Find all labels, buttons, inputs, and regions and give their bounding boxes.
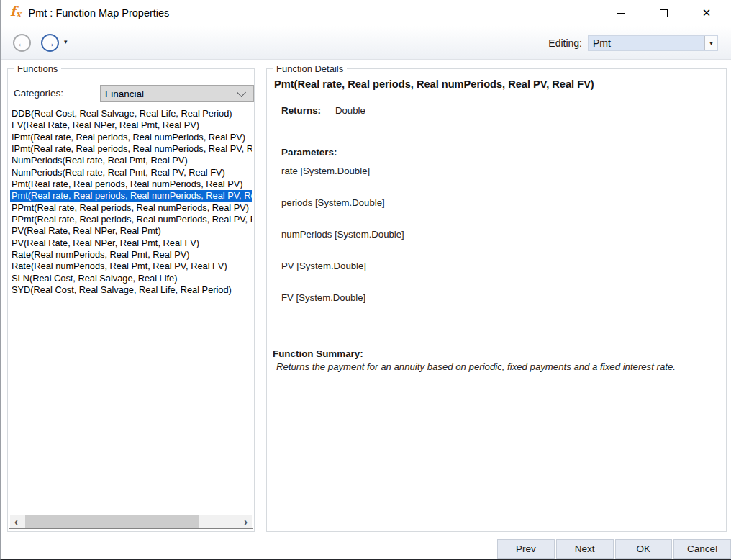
back-arrow-icon: ← — [17, 37, 27, 49]
fx-icon: fx — [10, 5, 22, 21]
function-list-item[interactable]: Rate(Real numPeriods, Real Pmt, Real PV,… — [10, 261, 252, 272]
minimize-icon — [617, 13, 625, 14]
forward-arrow-icon: → — [45, 37, 55, 49]
parameter-item: numPeriods [System.Double] — [281, 229, 717, 240]
function-list-item[interactable]: SLN(Real Cost, Real Salvage, Real Life) — [10, 273, 252, 284]
back-button[interactable]: ← — [13, 34, 31, 52]
prev-button[interactable]: Prev — [497, 539, 555, 559]
categories-combobox[interactable]: Financial — [100, 85, 254, 102]
function-list-item[interactable]: PPmt(Real rate, Real periods, Real numPe… — [10, 214, 252, 225]
parameters-list: rate [System.Double]periods [System.Doub… — [281, 166, 717, 324]
maximize-button[interactable] — [642, 0, 685, 26]
functions-panel: Functions Categories: Financial DDB(Real… — [7, 68, 255, 532]
ok-button[interactable]: OK — [615, 539, 673, 559]
function-list-item[interactable]: IPmt(Real rate, Real periods, Real numPe… — [10, 132, 252, 143]
function-list-item[interactable]: Pmt(Real rate, Real periods, Real numPer… — [10, 179, 252, 190]
forward-button[interactable]: → — [41, 34, 59, 52]
window-controls: ✕ — [599, 0, 728, 26]
parameter-item: periods [System.Double] — [281, 197, 717, 209]
function-list-item[interactable]: PV(Real Rate, Real NPer, Real Pmt, Real … — [10, 238, 252, 249]
close-button[interactable]: ✕ — [685, 0, 728, 26]
editing-combobox-value: Pmt — [589, 37, 704, 49]
function-details-title: Function Details — [273, 63, 347, 74]
cancel-button[interactable]: Cancel — [673, 539, 731, 559]
function-list-item[interactable]: Pmt(Real rate, Real periods, Real numPer… — [10, 190, 252, 202]
parameters-label: Parameters: — [281, 147, 337, 158]
scroll-left-icon[interactable]: ‹ — [10, 515, 22, 528]
function-list-item[interactable]: SYD(Real Cost, Real Salvage, Real Life, … — [10, 284, 252, 296]
function-list-item[interactable]: Rate(Real numPeriods, Real Pmt, Real PV) — [10, 249, 252, 261]
editing-dropdown-button[interactable]: ▾ — [704, 36, 717, 50]
editing-combobox[interactable]: Pmt ▾ — [588, 35, 718, 51]
function-list-item[interactable]: NumPeriods(Real rate, Real Pmt, Real PV) — [10, 155, 252, 166]
function-list-item[interactable]: PV(Real Rate, Real NPer, Real Pmt) — [10, 225, 252, 237]
editing-label: Editing: — [548, 37, 582, 49]
function-listbox: DDB(Real Cost, Real Salvage, Real Life, … — [9, 107, 253, 529]
function-list-item[interactable]: IPmt(Real rate, Real periods, Real numPe… — [10, 143, 252, 155]
maximize-icon — [660, 9, 668, 17]
function-summary-label: Function Summary: — [273, 348, 363, 359]
chevron-down-icon — [237, 88, 246, 97]
function-list-item[interactable]: DDB(Real Cost, Real Salvage, Real Life, … — [10, 108, 252, 119]
minimize-button[interactable] — [599, 0, 642, 26]
function-list-item[interactable]: FV(Real Rate, Real NPer, Real Pmt, Real … — [10, 119, 252, 131]
function-list: DDB(Real Cost, Real Salvage, Real Life, … — [10, 108, 252, 515]
functions-panel-title: Functions — [14, 63, 61, 74]
window-title: Pmt : Function Map Properties — [29, 7, 170, 19]
parameter-item: FV [System.Double] — [281, 292, 717, 304]
close-icon: ✕ — [702, 8, 712, 19]
title-bar: fx Pmt : Function Map Properties ✕ — [1, 0, 731, 26]
function-map-properties-dialog: fx Pmt : Function Map Properties ✕ ← → ▾… — [0, 0, 731, 560]
scrollbar-thumb[interactable] — [25, 515, 199, 528]
returns-label: Returns: — [281, 105, 321, 116]
chevron-down-icon: ▾ — [709, 40, 713, 47]
function-details-panel: Function Details Pmt(Real rate, Real per… — [266, 68, 727, 532]
categories-label: Categories: — [14, 88, 63, 99]
editing-area: Editing: Pmt ▾ — [548, 35, 718, 51]
function-list-item[interactable]: NumPeriods(Real rate, Real Pmt, Real PV,… — [10, 167, 252, 179]
next-button[interactable]: Next — [556, 539, 614, 559]
parameter-item: rate [System.Double] — [281, 166, 717, 177]
parameter-item: PV [System.Double] — [281, 261, 717, 272]
horizontal-scrollbar[interactable]: ‹ › — [10, 515, 252, 528]
function-summary-text: Returns the payment for an annuity based… — [276, 361, 717, 372]
scroll-right-icon[interactable]: › — [240, 515, 252, 528]
forward-dropdown-caret-icon[interactable]: ▾ — [64, 38, 68, 45]
footer-button-bar: PrevNextOKCancel — [497, 539, 731, 559]
toolbar: ← → ▾ Editing: Pmt ▾ — [1, 26, 731, 60]
function-signature: Pmt(Real rate, Real periods, Real numPer… — [274, 78, 594, 90]
categories-combobox-value: Financial — [101, 89, 238, 99]
function-list-item[interactable]: PPmt(Real rate, Real periods, Real numPe… — [10, 202, 252, 214]
returns-value: Double — [335, 105, 366, 116]
